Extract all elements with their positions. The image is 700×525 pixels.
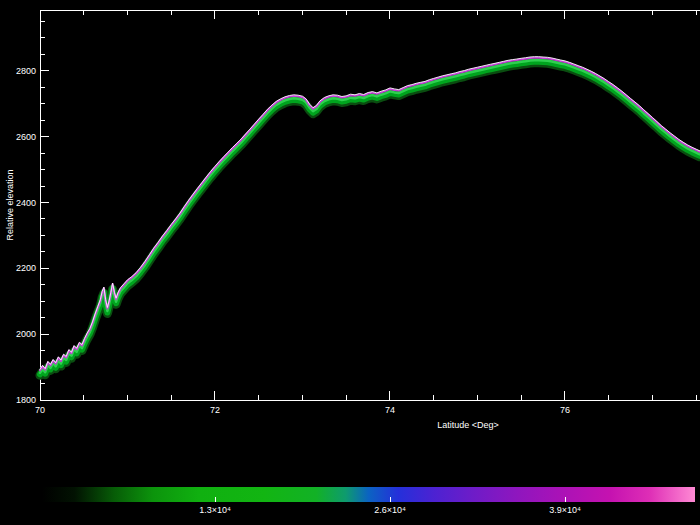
y-tick-label: 2000 (16, 329, 36, 339)
band-layer-magenta-edge (40, 58, 700, 371)
elevation-track (40, 57, 700, 376)
x-tick-label: 74 (385, 405, 395, 415)
x-tick-label: 72 (210, 405, 220, 415)
y-tick-label: 2200 (16, 263, 36, 273)
plot-frame (40, 10, 700, 400)
axis-tick-labels: 70727476180020002200240026002800 (16, 66, 570, 415)
y-tick-label: 2800 (16, 66, 36, 76)
band-layer-bright (40, 60, 700, 373)
colorbar-tick-label: 3.9×10⁴ (549, 505, 581, 515)
colorbar-tick (215, 497, 216, 502)
x-tick-label: 76 (560, 405, 570, 415)
band-layer-body (40, 62, 700, 375)
elevation-profile-plot: 70727476180020002200240026002800 Latitud… (0, 0, 700, 455)
y-tick-label: 2600 (16, 132, 36, 142)
colorbar-tick-label: 1.3×10⁴ (199, 505, 231, 515)
y-axis-title: Relative elevation (5, 169, 15, 240)
colorbar-tick-label: 2.6×10⁴ (374, 505, 406, 515)
colorbar-tick (390, 497, 391, 502)
colorbar-tick (565, 497, 566, 502)
colorbar (42, 487, 695, 502)
y-tick-label: 2400 (16, 198, 36, 208)
band-layer-white-crest (40, 57, 700, 370)
axis-ticks (40, 10, 696, 400)
plot-window: 70727476180020002200240026002800 Latitud… (0, 0, 700, 525)
band-layer-shadow (40, 63, 700, 376)
y-tick-label: 1800 (16, 395, 36, 405)
x-axis-title: Latitude <Deg> (437, 420, 499, 430)
x-tick-label: 70 (35, 405, 45, 415)
